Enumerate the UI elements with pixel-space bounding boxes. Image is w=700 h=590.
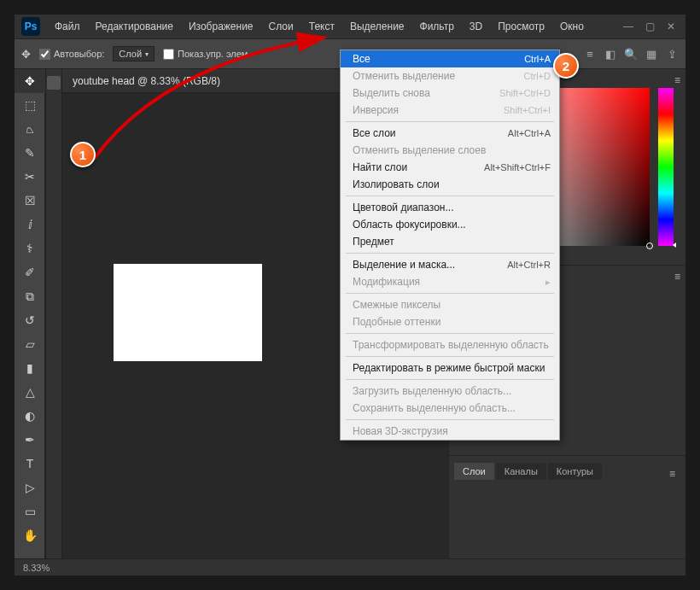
close-button[interactable]: ✕ [667, 20, 675, 32]
menu-выделение[interactable]: Выделение [342, 15, 412, 38]
align-icon[interactable]: ≡ [583, 48, 597, 61]
menu-item[interactable]: Все слоиAlt+Ctrl+A [341, 125, 559, 142]
menu-item: Смежные пикселы [341, 296, 559, 313]
autoselect-target-label: Слой [119, 49, 142, 59]
menu-item-label: Подобные оттенки [353, 316, 440, 328]
crop-tool[interactable]: ✂ [15, 165, 45, 189]
menu-изображение[interactable]: Изображение [181, 15, 261, 38]
selection-menu-dropdown: ВсеCtrl+AОтменить выделениеCtrl+DВыделит… [340, 50, 560, 441]
dodge-tool[interactable]: ◐ [15, 404, 45, 428]
hand-tool[interactable]: ✋ [15, 523, 45, 547]
shape-tool[interactable]: ▭ [15, 499, 45, 523]
menu-item-label: Модификация [353, 276, 420, 288]
workspace-icon[interactable]: ▦ [645, 48, 658, 61]
menu-текст[interactable]: Текст [301, 15, 342, 38]
menu-слои[interactable]: Слои [261, 15, 301, 38]
menu-item: Трансформировать выделенную область [341, 336, 559, 353]
type-tool[interactable]: T [15, 452, 45, 476]
brush-tool[interactable]: ✐ [15, 260, 45, 284]
chevron-down-icon: ▾ [145, 50, 149, 58]
menu-редактирование[interactable]: Редактирование [88, 15, 181, 38]
menu-separator [346, 379, 554, 380]
panel-menu-icon[interactable]: ≡ [674, 74, 680, 86]
shortcut-label: Shift+Ctrl+I [504, 105, 551, 115]
menu-item: Отменить выделениеCtrl+D [341, 67, 559, 85]
menu-item[interactable]: Область фокусировки... [341, 216, 559, 233]
color-cursor[interactable] [646, 242, 653, 249]
menu-файл[interactable]: Файл [47, 15, 88, 38]
autoselect-target-dropdown[interactable]: Слой ▾ [113, 46, 155, 61]
frame-tool[interactable]: ☒ [15, 189, 45, 213]
autoselect-checkbox[interactable]: Автовыбор: [39, 49, 104, 60]
status-bar: 8.33% [15, 558, 685, 575]
menu-item: Модификация▸ [341, 273, 559, 290]
search-icon[interactable]: 🔍 [624, 48, 638, 61]
menu-item-label: Загрузить выделенную область... [353, 385, 511, 397]
menu-separator [346, 333, 554, 334]
window-controls: — ▢ ✕ [623, 20, 685, 32]
menu-separator [346, 196, 554, 196]
history-brush-tool[interactable]: ↺ [15, 308, 45, 332]
panel-menu-icon[interactable]: ≡ [674, 271, 680, 283]
shortcut-label: Alt+Ctrl+A [508, 128, 551, 138]
menu-item-label: Смежные пикселы [353, 299, 440, 311]
gradient-tool[interactable]: ▮ [15, 356, 45, 380]
menu-item[interactable]: Редактировать в режиме быстрой маски [341, 359, 559, 377]
collapsed-panels-left [45, 69, 62, 558]
eyedropper-tool[interactable]: ⅈ [15, 213, 45, 237]
menu-item[interactable]: Выделение и маска...Alt+Ctrl+R [341, 256, 559, 273]
lasso-tool[interactable]: ⏢ [15, 117, 45, 141]
shortcut-label: Ctrl+D [524, 71, 551, 81]
menu-просмотр[interactable]: Просмотр [490, 15, 552, 38]
marquee-tool[interactable]: ⬚ [15, 93, 45, 117]
menu-item-label: Изолировать слои [353, 178, 440, 190]
menu-item: Подобные оттенки [341, 313, 559, 330]
maximize-button[interactable]: ▢ [645, 20, 655, 32]
menu-item-label: Выделить снова [353, 87, 430, 99]
eraser-tool[interactable]: ▱ [15, 332, 45, 356]
menu-item-label: Все [353, 53, 370, 65]
hue-pointer[interactable] [673, 242, 676, 248]
blur-tool[interactable]: △ [15, 380, 45, 404]
move-icon: ✥ [21, 48, 31, 61]
menu-item-label: Редактировать в режиме быстрой маски [353, 362, 545, 374]
shortcut-label: Alt+Ctrl+R [507, 260, 551, 270]
tab-каналы[interactable]: Каналы [496, 463, 546, 480]
menu-окно[interactable]: Окно [552, 15, 592, 38]
menu-item[interactable]: ВсеCtrl+A [341, 50, 559, 67]
menu-item: Загрузить выделенную область... [341, 383, 559, 400]
stamp-tool[interactable]: ⧉ [15, 284, 45, 308]
zoom-level[interactable]: 8.33% [23, 563, 50, 573]
menu-separator [346, 253, 554, 254]
menu-3d[interactable]: 3D [462, 15, 490, 38]
tab-контуры[interactable]: Контуры [548, 463, 602, 480]
move-tool[interactable]: ✥ [15, 69, 45, 93]
menu-item[interactable]: Изолировать слои [341, 176, 559, 193]
menu-item-label: Предмет [353, 236, 394, 248]
menu-item-label: Сохранить выделенную область... [353, 402, 516, 414]
pen-tool[interactable]: ✒ [15, 428, 45, 452]
3d-mode-icon[interactable]: ◧ [604, 48, 617, 61]
panel-icon[interactable] [47, 76, 61, 90]
canvas[interactable] [114, 264, 262, 361]
menu-item[interactable]: Найти слоиAlt+Shift+Ctrl+F [341, 159, 559, 176]
share-icon[interactable]: ⇪ [665, 48, 679, 61]
menubar: ФайлРедактированиеИзображениеСлоиТекстВы… [47, 15, 592, 38]
menu-item: Выделить сноваShift+Ctrl+D [341, 85, 559, 102]
path-tool[interactable]: ▷ [15, 476, 45, 499]
healing-tool[interactable]: ⚕ [15, 237, 45, 260]
menu-фильтр[interactable]: Фильтр [412, 15, 462, 38]
show-controls-checkbox[interactable]: Показ.упр. элем. [163, 49, 250, 60]
panel-menu-icon[interactable]: ≡ [669, 468, 680, 480]
menu-item[interactable]: Цветовой диапазон... [341, 199, 559, 216]
app-logo: Ps [21, 17, 40, 36]
quick-select-tool[interactable]: ✎ [15, 141, 45, 165]
menu-item: Отменить выделение слоев [341, 142, 559, 159]
menu-item[interactable]: Предмет [341, 233, 559, 250]
autoselect-label: Автовыбор: [54, 49, 104, 59]
menu-item: Сохранить выделенную область... [341, 400, 559, 417]
hue-slider[interactable] [658, 88, 674, 246]
minimize-button[interactable]: — [623, 20, 633, 32]
menu-separator [346, 419, 554, 420]
tab-слои[interactable]: Слои [454, 463, 494, 480]
